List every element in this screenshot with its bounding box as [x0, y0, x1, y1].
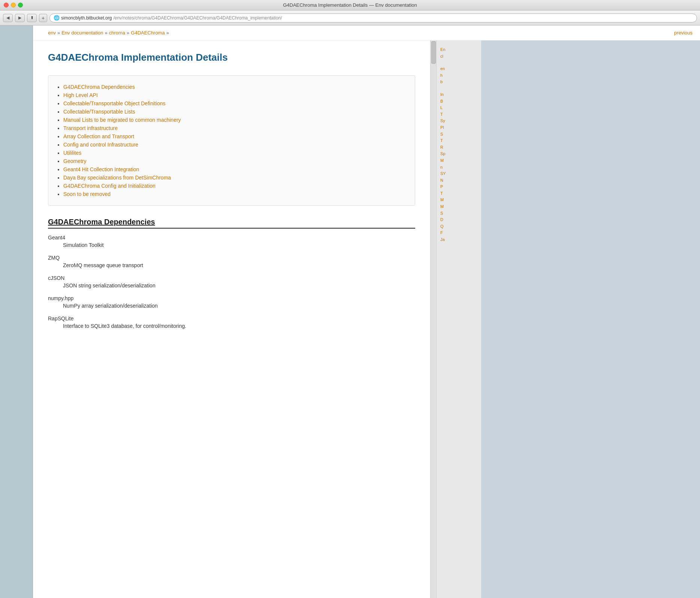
traffic-lights: [4, 3, 23, 7]
list-item: Config and control Infrastructure: [63, 142, 407, 148]
scrollbar[interactable]: [430, 40, 436, 598]
dep-geant4: Geant4 Simulation Toolkit: [48, 235, 415, 248]
sidebar-link-16[interactable]: M: [440, 157, 477, 164]
breadcrumb-chroma[interactable]: chroma: [109, 30, 125, 36]
toc-link-daya[interactable]: Daya Bay specializations from DetSimChro…: [63, 175, 171, 181]
list-item: Array Collection and Transport: [63, 133, 407, 139]
list-item: Transport infrastructure: [63, 125, 407, 131]
list-item: Geometry: [63, 158, 407, 164]
sidebar-link-23[interactable]: M: [440, 203, 477, 210]
sidebar-link-28[interactable]: Ja: [440, 236, 477, 243]
sidebar-link-10[interactable]: Sy: [440, 118, 477, 124]
sidebar-link-27[interactable]: F: [440, 230, 477, 236]
breadcrumb: env » Env documentation » chroma » G4DAE…: [33, 25, 700, 40]
globe-icon: 🌐: [54, 15, 60, 21]
sidebar-link-3[interactable]: en: [440, 66, 477, 72]
sidebar-link-24[interactable]: S: [440, 210, 477, 217]
toc-link-manual[interactable]: Manual Lists to be migrated to common ma…: [63, 117, 181, 123]
forward-button[interactable]: ▶: [15, 14, 25, 22]
sidebar-link-18[interactable]: SY: [440, 170, 477, 177]
sidebar-link-12[interactable]: S: [440, 131, 477, 138]
list-item: G4DAEChroma Dependencies: [63, 84, 407, 90]
url-path: /env/notes/chroma/G4DAEChroma/G4DAEChrom…: [113, 15, 282, 21]
sidebar-link-19[interactable]: N: [440, 177, 477, 184]
sidebar-link-17[interactable]: n: [440, 164, 477, 171]
sidebar-link-13[interactable]: T: [440, 138, 477, 144]
sidebar-link-4[interactable]: h: [440, 72, 477, 79]
breadcrumb-current[interactable]: G4DAEChroma: [131, 30, 165, 36]
sidebar-link-21[interactable]: T: [440, 190, 477, 197]
toc-list: G4DAEChroma Dependencies High Level API …: [56, 84, 407, 197]
left-sidebar: [0, 25, 33, 598]
sidebar-link-11[interactable]: Pl: [440, 124, 477, 131]
toc-link-deps[interactable]: G4DAEChroma Dependencies: [63, 84, 135, 90]
sidebar-link-2[interactable]: cl: [440, 53, 477, 60]
toc-link-transport[interactable]: Transport infrastructure: [63, 125, 118, 131]
sidebar-link-15[interactable]: Sp: [440, 151, 477, 157]
sidebar-link-7[interactable]: B: [440, 98, 477, 105]
list-item: Collectable/Transportable Object Definit…: [63, 100, 407, 106]
back-button[interactable]: ◀: [3, 14, 13, 22]
list-item: Geant4 Hit Collection Integration: [63, 166, 407, 172]
toolbar: ◀ ▶ ⬆ + 🌐 simoncblyth.bitbucket.org /env…: [0, 10, 700, 25]
window-title: G4DAEChroma Implementation Details — Env…: [283, 2, 417, 8]
list-item: Manual Lists to be migrated to common ma…: [63, 117, 407, 123]
sidebar-link-6[interactable]: In: [440, 91, 477, 98]
toc-link-init[interactable]: G4DAEChroma Config and Initialization: [63, 183, 156, 189]
toc-box: G4DAEChroma Dependencies High Level API …: [48, 75, 415, 206]
sidebar-link-22[interactable]: M: [440, 197, 477, 203]
sidebar-link-20[interactable]: P: [440, 184, 477, 190]
toc-link-geant4[interactable]: Geant4 Hit Collection Integration: [63, 166, 139, 172]
dependencies-section: G4DAEChroma Dependencies Geant4 Simulati…: [48, 218, 415, 329]
toc-link-array[interactable]: Array Collection and Transport: [63, 133, 134, 139]
breadcrumb-env[interactable]: env: [48, 30, 56, 36]
address-bar[interactable]: 🌐 simoncblyth.bitbucket.org /env/notes/c…: [49, 13, 697, 22]
dep-rapsqlite: RapSQLite Interface to SQLite3 database,…: [48, 315, 415, 329]
sidebar-link-14[interactable]: R: [440, 144, 477, 151]
list-item: Collectable/Transportable Lists: [63, 109, 407, 115]
list-item: Daya Bay specializations from DetSimChro…: [63, 175, 407, 181]
breadcrumb-previous[interactable]: previous: [674, 30, 693, 36]
url-base: simoncblyth.bitbucket.org: [61, 15, 112, 21]
toc-link-config[interactable]: Config and control Infrastructure: [63, 142, 138, 148]
dep-numpy: numpy.hpp NumPy array serialization/dese…: [48, 295, 415, 309]
list-item: High Level API: [63, 92, 407, 98]
dep-cjson: cJSON JSON string serialization/deserial…: [48, 275, 415, 289]
minimize-button[interactable]: [11, 3, 16, 7]
dep-zmq: ZMQ ZeroMQ message queue transport: [48, 255, 415, 268]
toc-link-util[interactable]: Utililites: [63, 150, 81, 156]
sidebar-link-26[interactable]: Q: [440, 223, 477, 230]
page-content: G4DAEChroma Implementation Details G4DAE…: [33, 40, 430, 598]
toc-link-lists[interactable]: Collectable/Transportable Lists: [63, 109, 135, 115]
list-item: Soon to be removed: [63, 191, 407, 197]
content-wrapper: env » Env documentation » chroma » G4DAE…: [33, 25, 700, 598]
fullscreen-button[interactable]: [18, 3, 23, 7]
sidebar-link-8[interactable]: L: [440, 105, 477, 111]
section-title-deps: G4DAEChroma Dependencies: [48, 218, 415, 229]
toc-link-api[interactable]: High Level API: [63, 92, 98, 98]
sidebar-link-5[interactable]: b: [440, 79, 477, 85]
browser-content: env » Env documentation » chroma » G4DAE…: [0, 25, 700, 598]
new-tab-button[interactable]: +: [39, 14, 47, 22]
page-title: G4DAEChroma Implementation Details: [48, 52, 415, 66]
right-sidebar: En cl en h b In B L T Sy Pl S T R Sp: [436, 40, 481, 598]
toc-link-geometry[interactable]: Geometry: [63, 158, 86, 164]
main-body: G4DAEChroma Implementation Details G4DAE…: [33, 40, 700, 598]
right-sidebar-content: En cl en h b In B L T Sy Pl S T R Sp: [438, 43, 480, 246]
breadcrumb-env-doc[interactable]: Env documentation: [61, 30, 103, 36]
sidebar-link-25[interactable]: D: [440, 217, 477, 223]
title-bar: G4DAEChroma Implementation Details — Env…: [0, 0, 700, 10]
share-button[interactable]: ⬆: [27, 14, 37, 22]
list-item: G4DAEChroma Config and Initialization: [63, 183, 407, 189]
toc-link-remove[interactable]: Soon to be removed: [63, 191, 111, 197]
close-button[interactable]: [4, 3, 9, 7]
scrollbar-thumb[interactable]: [431, 41, 436, 64]
list-item: Utililites: [63, 150, 407, 156]
sidebar-link-9[interactable]: T: [440, 111, 477, 118]
sidebar-link-1[interactable]: En: [440, 46, 477, 53]
toc-link-obj-def[interactable]: Collectable/Transportable Object Definit…: [63, 100, 166, 106]
